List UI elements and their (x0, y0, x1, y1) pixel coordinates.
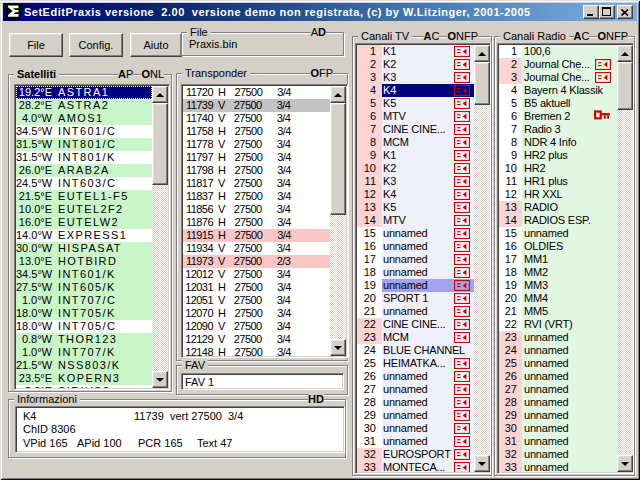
transponder-row[interactable]: 11817V275003/4 (183, 177, 330, 190)
radio-channel-row[interactable]: 2Journal Che... (499, 58, 617, 71)
tv-channel-row[interactable]: 14MTV (357, 214, 474, 227)
radio-channel-row[interactable]: 15unnamed (499, 227, 617, 240)
transponder-row[interactable]: 12129V275003/4 (183, 333, 330, 346)
tv-channel-row[interactable]: 3K3 (357, 71, 474, 84)
scrollbar-thumb[interactable] (330, 103, 346, 215)
radio-channel-row[interactable]: 28unnamed (499, 396, 617, 409)
radio-channel-row[interactable]: 32unnamed (499, 448, 617, 461)
tv-channel-row[interactable]: 28unnamed (357, 396, 474, 409)
tv-channel-row[interactable]: 20SPORT 1 (357, 292, 474, 305)
radio-channel-row[interactable]: 17MM1 (499, 253, 617, 266)
radio-channel-row[interactable]: 33unnamed (499, 461, 617, 472)
radio-channel-row[interactable]: 3Journal Che... (499, 71, 617, 84)
transponder-row[interactable]: 12012V275003/4 (183, 268, 330, 281)
satellite-row[interactable]: 18.0°WINT705/C (16, 320, 152, 333)
transponder-row[interactable]: 12090V275003/4 (183, 320, 330, 333)
radio-channel-row[interactable]: 26unnamed (499, 370, 617, 383)
radio-channel-row[interactable]: 27unnamed (499, 383, 617, 396)
sort-flag-nfp[interactable]: NFP (606, 30, 628, 43)
radio-channel-row[interactable]: 7Radio 3 (499, 123, 617, 136)
scrollbar-thumb[interactable] (617, 62, 633, 110)
radio-channel-row[interactable]: 20MM4 (499, 292, 617, 305)
satellite-row[interactable]: 24.5°WINT603/C (16, 177, 152, 190)
transponder-row[interactable]: 11837H275003/4 (183, 190, 330, 203)
tv-channel-row[interactable]: 25HEIMATKA... (357, 357, 474, 370)
radio-channel-row[interactable]: 1100,6 (499, 45, 617, 58)
tv-channel-row[interactable]: 26unnamed (357, 370, 474, 383)
tv-channel-row[interactable]: 29unnamed (357, 409, 474, 422)
tv-channel-row[interactable]: 30unnamed (357, 422, 474, 435)
satellite-row[interactable]: 34.5°WINT601/C (16, 125, 152, 138)
tv-channel-row[interactable]: 9K1 (357, 149, 474, 162)
satellite-row[interactable]: 30.0°WHISPASAT (16, 242, 152, 255)
radio-channel-row[interactable]: 30unnamed (499, 422, 617, 435)
scroll-down-button[interactable] (152, 371, 168, 388)
satellite-row[interactable]: 21.5°WNSS803/K (16, 359, 152, 372)
tv-channel-row[interactable]: 22CINE CINE... (357, 318, 474, 331)
satellite-row[interactable]: 0.8°WTHOR123 (16, 333, 152, 346)
satellite-row[interactable]: 27.5°WINT605/K (16, 281, 152, 294)
scrollbar-thumb[interactable] (474, 62, 490, 105)
satellite-row[interactable]: 28.2°EASTRA2 (16, 99, 152, 112)
tv-channel-row[interactable]: 23MCM (357, 331, 474, 344)
sort-flag-nl[interactable]: NL (150, 68, 164, 81)
tv-channel-row[interactable]: 13K5 (357, 201, 474, 214)
sort-flag-nfp[interactable]: NFP (456, 30, 478, 43)
tv-channel-row[interactable]: 15unnamed (357, 227, 474, 240)
transponder-row[interactable]: 11778V275003/4 (183, 138, 330, 151)
radio-channel-row[interactable]: 6Bremen 2 (499, 110, 617, 123)
transponder-row[interactable]: 11934V275003/4 (183, 242, 330, 255)
sort-flag-a[interactable]: A (311, 26, 318, 39)
radio-channel-row[interactable]: 12HR XXL (499, 188, 617, 201)
tv-channel-row[interactable]: 8MCM (357, 136, 474, 149)
sort-flag-d[interactable]: D (318, 26, 326, 39)
transponder-row[interactable]: 11740V275003/4 (183, 112, 330, 125)
minimize-button[interactable] (583, 5, 599, 19)
tv-channel-row[interactable]: 1K1 (357, 45, 474, 58)
radio-channel-row[interactable]: 18MM2 (499, 266, 617, 279)
scroll-up-button[interactable] (617, 45, 633, 62)
scroll-up-button[interactable] (152, 86, 168, 103)
sort-flag-a[interactable]: A (574, 30, 582, 43)
satellite-row[interactable]: 4.0°WAMOS1 (16, 112, 152, 125)
sort-flag-p[interactable]: P (126, 68, 133, 81)
sort-flag-o[interactable]: O (310, 67, 319, 80)
satellite-row[interactable]: 10.0°EEUTEL2F2 (16, 203, 152, 216)
scrollbar-track[interactable] (474, 62, 490, 455)
satellite-row[interactable]: 13.0°EHOTBIRD (16, 255, 152, 268)
satellite-row[interactable]: 16.0°EEUTELW2 (16, 216, 152, 229)
satellite-row[interactable]: 21.5°EEUTEL1-F5 (16, 190, 152, 203)
radio-channel-row[interactable]: 29unnamed (499, 409, 617, 422)
radio-channel-row[interactable]: 13RADIO (499, 201, 617, 214)
radio-channel-row[interactable]: 23unnamed (499, 331, 617, 344)
tv-channel-row[interactable]: 16unnamed (357, 240, 474, 253)
tv-channel-row[interactable]: 6MTV (357, 110, 474, 123)
scrollbar-track[interactable] (617, 62, 633, 455)
file-button[interactable]: File (9, 33, 63, 57)
radio-channel-row[interactable]: 8NDR 4 Info (499, 136, 617, 149)
tv-channel-row[interactable]: 10K2 (357, 162, 474, 175)
radio-channel-row[interactable]: 5B5 aktuell (499, 97, 617, 110)
maximize-button[interactable] (599, 5, 615, 19)
radio-channel-row[interactable]: 16OLDIES (499, 240, 617, 253)
satellite-row[interactable]: 18.0°WINT705/K (16, 307, 152, 320)
radio-channel-row[interactable]: 25unnamed (499, 357, 617, 370)
sort-flag-c[interactable]: C (431, 30, 439, 43)
scrollbar-thumb[interactable] (152, 103, 168, 185)
satellite-row[interactable]: 26.0°EARAB2A (16, 164, 152, 177)
radio-channel-row[interactable]: 4Bayern 4 Klassik (499, 84, 617, 97)
tv-channel-row[interactable]: 2K2 (357, 58, 474, 71)
tv-channel-row[interactable]: 7CINE CINE... (357, 123, 474, 136)
tv-channel-row[interactable]: 12K4 (357, 188, 474, 201)
tv-channel-row[interactable]: 31unnamed (357, 435, 474, 448)
transponder-row[interactable]: 12148H275003/4 (183, 346, 330, 356)
tv-channel-row[interactable]: 19unnamed (357, 279, 474, 292)
close-button[interactable] (617, 5, 633, 19)
transponder-row[interactable]: 12031H275003/4 (183, 281, 330, 294)
transponder-row[interactable]: 11739V275003/4 (183, 99, 330, 112)
transponder-row[interactable]: 11797H275003/4 (183, 151, 330, 164)
tv-channel-row[interactable]: 4K4 (357, 84, 474, 97)
sort-flag-o[interactable]: O (141, 68, 150, 81)
tv-channel-row[interactable]: 21unnamed (357, 305, 474, 318)
satellite-row[interactable]: 5.0°ESIRIUS2 (16, 385, 152, 388)
